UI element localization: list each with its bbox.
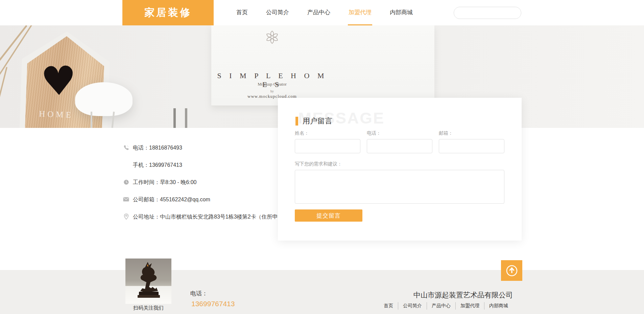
contact-row-email: 公司邮箱：455162242@qq.com (123, 196, 271, 203)
name-input[interactable] (295, 139, 360, 153)
name-label: 姓名： (295, 130, 360, 136)
mockup-paper-card: S I M P L E H O M E S Mockup Creator by … (211, 25, 434, 106)
paper-card-content: S I M P L E H O M E S Mockup Creator by … (211, 25, 333, 106)
contact-row-phone: 电话：18816876493 (123, 144, 271, 152)
clock-icon (123, 179, 129, 185)
phone-input[interactable] (367, 139, 432, 153)
footer-nav-company[interactable]: 公司简介 (398, 302, 427, 310)
title-accent-bar (295, 117, 298, 126)
message-textarea[interactable] (295, 170, 504, 204)
heart-cutout: ♥ (40, 61, 77, 102)
header: 家居装修 首页 公司简介 产品中心 加盟代理 内部商城 (0, 0, 644, 25)
qr-follow-image (125, 259, 171, 304)
chair-leg (91, 112, 92, 128)
main-nav: 首页 公司简介 产品中心 加盟代理 内部商城 (236, 0, 413, 25)
form-title-row: 用户留言 (295, 116, 332, 126)
twine-rope (0, 67, 7, 128)
location-icon (123, 213, 129, 220)
site-logo[interactable]: 家居装修 (122, 0, 214, 25)
mail-icon (123, 196, 129, 203)
contact-row-hours: 工作时间：早8:30 - 晚6:00 (123, 179, 271, 186)
page: 家居装修 首页 公司简介 产品中心 加盟代理 内部商城 ♥ HOME (0, 0, 644, 314)
email-label: 邮箱： (439, 130, 504, 136)
contact-address-text: 公司地址：中山市横栏镇长安北路83号1栋3楼第2卡（住所申报） (133, 213, 289, 221)
contact-hours-text: 工作时间：早8:30 - 晚6:00 (133, 179, 197, 186)
field-name: 姓名： (295, 130, 360, 153)
nav-item-company[interactable]: 公司简介 (265, 0, 290, 25)
contact-phone-text: 电话：18816876493 (133, 144, 182, 152)
chair-silhouette (75, 82, 133, 116)
submit-message-button[interactable]: 提交留言 (295, 209, 362, 222)
footer-nav-mall[interactable]: 内部商城 (484, 302, 513, 310)
nav-item-franchise[interactable]: 加盟代理 (348, 0, 372, 25)
site-logo-text: 家居装修 (144, 6, 192, 20)
phone-icon (123, 144, 129, 151)
phone-label: 电话： (367, 130, 432, 136)
field-email: 邮箱： (439, 130, 504, 153)
textarea-block: 写下您的需求和建议： (295, 161, 504, 205)
footer-phone-label: 电话： (190, 290, 208, 297)
back-to-top-button[interactable] (501, 260, 522, 281)
nav-item-mall[interactable]: 内部商城 (389, 0, 413, 25)
nav-item-home[interactable]: 首页 (236, 0, 248, 25)
footer-phone-number: 13699767413 (191, 300, 235, 308)
contact-info-list: 电话：18816876493 手机：13699767413 工作时间：早8:30… (123, 144, 271, 230)
search-input[interactable] (463, 8, 525, 18)
furniture-leg (185, 108, 187, 128)
qr-caption: 扫码关注我们 (122, 305, 175, 311)
contact-row-mobile: 手机：13699767413 (123, 161, 271, 169)
message-form-card: MESSAGE 用户留言 姓名： 电话： 邮箱： 写下您的需求和建议： 提交留言 (278, 98, 522, 241)
contact-row-address: 公司地址：中山市横栏镇长安北路83号1栋3楼第2卡（住所申报） (123, 213, 271, 221)
email-input[interactable] (439, 139, 504, 153)
footer-nav: 首页 公司简介 产品中心 加盟代理 内部商城 (362, 302, 513, 310)
message-label: 写下您的需求和建议： (295, 161, 504, 167)
mockup-byline: by (211, 89, 333, 93)
no-icon (123, 161, 129, 168)
arrow-up-circle-icon (505, 264, 519, 277)
sculpture-photo (125, 259, 171, 304)
footer-company-name: 中山市源起装置艺术品有限公司 (362, 290, 513, 300)
form-fields-row: 姓名： 电话： 邮箱： (295, 130, 504, 153)
footer (0, 270, 644, 314)
form-title: 用户留言 (303, 116, 332, 126)
footer-nav-franchise[interactable]: 加盟代理 (455, 302, 484, 310)
floral-ornament-icon (264, 29, 280, 45)
contact-email-text: 公司邮箱：455162242@qq.com (133, 196, 210, 203)
mockup-subtitle: Mockup Creator (211, 82, 333, 87)
nav-item-products[interactable]: 产品中心 (307, 0, 331, 25)
furniture-leg (173, 108, 176, 128)
search-box[interactable] (454, 7, 521, 19)
footer-nav-home[interactable]: 首页 (379, 302, 398, 310)
field-phone: 电话： (367, 130, 432, 153)
footer-nav-products[interactable]: 产品中心 (427, 302, 455, 310)
contact-mobile-text: 手机：13699767413 (133, 161, 182, 169)
home-decor-text: HOME (39, 109, 74, 120)
